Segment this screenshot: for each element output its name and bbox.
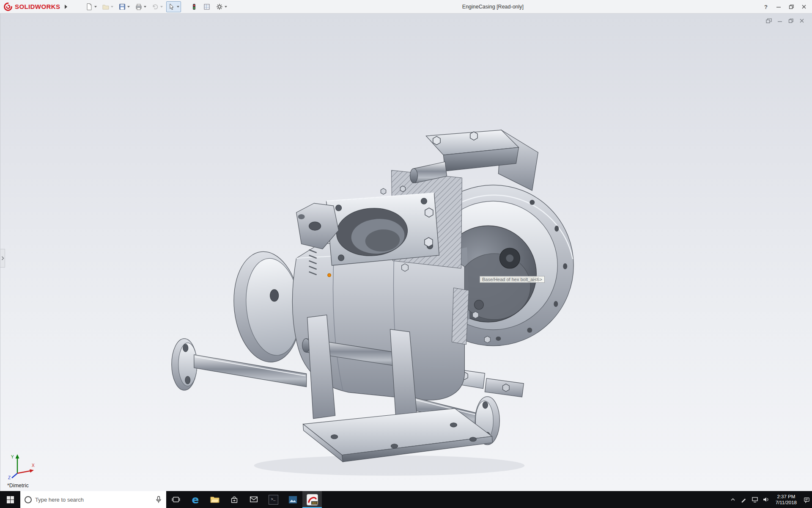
solidworks-window: SOLIDWORKS — [0, 0, 812, 508]
mail-envelope-icon — [249, 495, 258, 504]
save-button[interactable] — [117, 1, 132, 12]
file-properties-button[interactable] — [201, 1, 212, 12]
solidworks-app-icon: 2017 — [307, 494, 318, 505]
titlebar: SOLIDWORKS — [0, 0, 812, 14]
select-tool-button[interactable] — [166, 1, 181, 12]
new-document-icon — [85, 3, 93, 11]
tray-network-button[interactable] — [749, 491, 760, 508]
graphics-viewport[interactable]: Base/Head of hex bolt_ai<6> Y X Z *Dimet… — [0, 14, 812, 491]
undo-icon — [151, 3, 159, 11]
edge-icon: e — [192, 494, 199, 505]
taskbar-app-file-explorer[interactable] — [205, 491, 225, 508]
tray-pen-button[interactable] — [738, 491, 749, 508]
search-input[interactable] — [35, 497, 152, 503]
x-axis-label: X — [32, 463, 35, 468]
photos-icon — [288, 495, 298, 505]
chevron-down-icon — [225, 6, 227, 8]
chevron-down-icon — [94, 6, 97, 8]
chevron-up-icon — [730, 497, 736, 502]
file-explorer-icon — [210, 494, 220, 505]
restore-button[interactable] — [785, 1, 798, 12]
print-icon — [135, 3, 143, 11]
part-carb-flange[interactable] — [326, 186, 439, 265]
open-document-button[interactable] — [100, 1, 115, 12]
close-icon — [801, 4, 807, 10]
microphone-icon[interactable] — [155, 496, 162, 503]
rebuild-button[interactable] — [189, 1, 200, 12]
taskbar-app-solidworks[interactable]: 2017 — [302, 491, 322, 508]
orientation-triad: Y X Z — [7, 453, 37, 480]
document-restore-button[interactable] — [787, 17, 795, 25]
restore-icon — [788, 4, 794, 10]
action-center-icon — [803, 496, 810, 503]
brand-name: SOLIDWORKS — [15, 3, 60, 10]
z-axis-arrow — [12, 473, 17, 478]
terminal-icon: >_ — [269, 495, 278, 505]
taskbar-app-terminal[interactable]: >_ — [263, 491, 283, 508]
save-icon — [118, 3, 126, 11]
cortana-icon — [25, 496, 32, 503]
clock-date: 7/11/2018 — [776, 500, 797, 505]
pen-icon — [741, 497, 747, 503]
y-axis-label: Y — [11, 455, 14, 459]
chevron-down-icon — [144, 6, 146, 8]
quick-access-toolbar — [84, 1, 229, 12]
document-window-controls — [765, 17, 806, 25]
z-axis-label: Z — [8, 475, 11, 480]
taskbar-app-store[interactable] — [225, 491, 244, 508]
featuremanager-flyout-tab[interactable] — [0, 249, 5, 268]
volume-icon — [763, 496, 769, 503]
brand: SOLIDWORKS — [0, 2, 60, 11]
engine-casing-model[interactable] — [0, 14, 812, 491]
start-button[interactable] — [0, 491, 20, 508]
store-bag-icon — [230, 495, 239, 504]
taskbar-app-photos[interactable] — [283, 491, 302, 508]
new-document-button[interactable] — [84, 1, 99, 12]
select-cursor-icon — [168, 3, 176, 11]
ds-logo-icon — [3, 2, 13, 11]
new-window-button[interactable] — [765, 17, 773, 25]
document-title: EngineCasing [Read-only] — [462, 4, 524, 10]
taskbar-app-mail[interactable] — [244, 491, 263, 508]
chevron-down-icon — [160, 6, 163, 8]
close-icon — [799, 18, 805, 24]
y-axis-arrow — [16, 454, 19, 458]
minimize-button[interactable] — [772, 1, 785, 12]
undo-button[interactable] — [150, 1, 165, 12]
file-properties-icon — [203, 3, 211, 11]
tray-volume-button[interactable] — [760, 491, 771, 508]
hidden-icons-chevron[interactable] — [727, 491, 738, 508]
window-controls: ? — [760, 0, 810, 14]
system-tray: 2:37 PM 7/11/2018 — [727, 491, 812, 508]
network-icon — [752, 496, 758, 503]
print-button[interactable] — [133, 1, 148, 12]
document-minimize-button[interactable] — [776, 17, 784, 25]
task-view-button[interactable] — [166, 491, 186, 508]
taskbar-clock[interactable]: 2:37 PM 7/11/2018 — [771, 491, 801, 508]
hover-point-marker — [328, 273, 331, 277]
taskbar-search[interactable] — [20, 491, 166, 508]
chevron-down-icon — [177, 6, 179, 8]
close-button[interactable] — [798, 1, 810, 12]
taskbar-app-edge[interactable]: e — [186, 491, 205, 508]
clock-time: 2:37 PM — [777, 494, 795, 500]
document-close-button[interactable] — [798, 17, 806, 25]
chevron-down-icon — [111, 6, 113, 8]
task-view-icon — [171, 495, 181, 504]
cascade-window-icon — [765, 18, 772, 24]
chevron-down-icon — [127, 6, 130, 8]
chevron-right-icon — [1, 256, 4, 260]
restore-icon — [788, 18, 794, 24]
menu-flyout-button[interactable] — [63, 2, 69, 11]
taskbar-apps: e >_ — [166, 491, 322, 508]
view-orientation-label: *Dimetric — [7, 483, 29, 489]
windows-logo-icon — [7, 496, 14, 503]
minimize-icon — [776, 4, 782, 10]
action-center-button[interactable] — [801, 491, 812, 508]
taskbar: e >_ — [0, 491, 812, 508]
solidworks-version-badge: 2017 — [312, 501, 318, 504]
options-button[interactable] — [214, 1, 229, 12]
help-button[interactable]: ? — [760, 1, 772, 12]
open-folder-icon — [102, 3, 110, 11]
hover-tooltip: Base/Head of hex bolt_ai<6> — [480, 276, 545, 283]
